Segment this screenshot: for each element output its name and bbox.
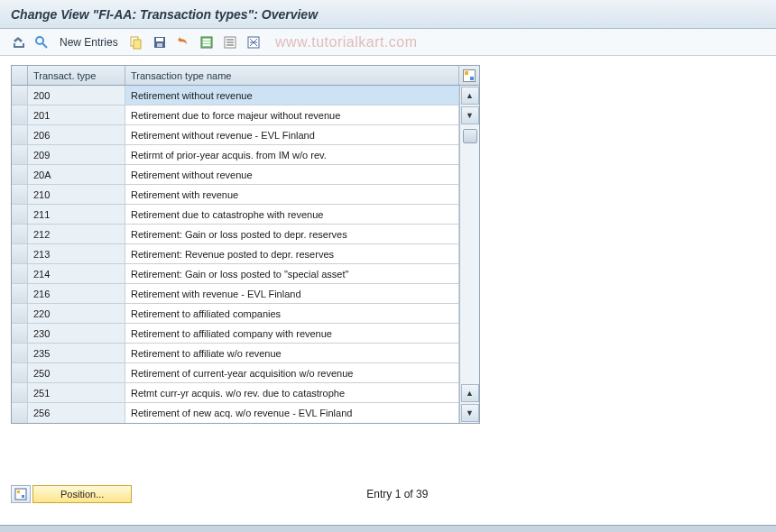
scroll-track[interactable]: [461, 125, 479, 383]
vertical-scrollbar[interactable]: ▲ ▼ ▲ ▼: [459, 86, 479, 423]
toggle-display-icon[interactable]: [9, 33, 27, 51]
find-icon[interactable]: [32, 33, 51, 51]
cell-transaction-type[interactable]: 206: [28, 125, 125, 144]
cell-transaction-name[interactable]: Retirmt of prior-year acquis. from IM w/…: [125, 145, 459, 164]
cell-transaction-name[interactable]: Retirement with revenue: [125, 185, 459, 204]
scroll-thumb[interactable]: [463, 129, 477, 143]
svg-rect-20: [17, 491, 20, 493]
cell-transaction-name[interactable]: Retirement to affiliated company with re…: [125, 324, 459, 343]
row-selector[interactable]: [12, 284, 28, 303]
select-all-icon[interactable]: [198, 33, 216, 51]
table-row[interactable]: 235Retirement to affiliate w/o revenue: [12, 344, 459, 363]
new-entries-button[interactable]: New Entries: [56, 34, 122, 50]
table-row[interactable]: 230Retirement to affiliated company with…: [12, 324, 459, 344]
cell-transaction-name[interactable]: Retirement due to force majeur without r…: [125, 105, 459, 124]
cell-transaction-type[interactable]: 220: [28, 304, 125, 323]
table-rows: 200Retirement without revenue201Retireme…: [12, 86, 459, 423]
cell-transaction-name[interactable]: Retirement of current-year acquisition w…: [125, 363, 459, 382]
cell-transaction-name[interactable]: Retmt curr-yr acquis. w/o rev. due to ca…: [125, 383, 459, 402]
cell-transaction-name[interactable]: Retirement to affiliate w/o revenue: [125, 344, 459, 362]
cell-transaction-type[interactable]: 230: [28, 324, 125, 343]
row-selector[interactable]: [12, 225, 28, 243]
scroll-down-button[interactable]: ▼: [461, 106, 479, 124]
table-row[interactable]: 213Retirement: Revenue posted to depr. r…: [12, 244, 459, 264]
table-row[interactable]: 206Retirement without revenue - EVL Finl…: [12, 125, 459, 145]
table-row[interactable]: 209Retirmt of prior-year acquis. from IM…: [12, 145, 459, 165]
toolbar: New Entries www.tutorialkart.com: [0, 29, 776, 56]
position-button[interactable]: Position...: [32, 485, 132, 503]
table-row[interactable]: 250Retirement of current-year acquisitio…: [12, 363, 459, 383]
scroll-up-button[interactable]: ▲: [461, 87, 479, 105]
table-row[interactable]: 200Retirement without revenue: [12, 86, 459, 105]
table-row[interactable]: 216Retirement with revenue - EVL Finland: [12, 284, 459, 304]
row-selector[interactable]: [12, 244, 28, 263]
cell-transaction-name[interactable]: Retirement: Gain or loss posted to depr.…: [125, 225, 459, 243]
row-selector[interactable]: [12, 344, 28, 362]
cell-transaction-type[interactable]: 212: [28, 225, 125, 243]
row-selector[interactable]: [12, 304, 28, 323]
row-selector[interactable]: [12, 363, 28, 382]
scroll-down-page-button[interactable]: ▼: [461, 404, 479, 422]
cell-transaction-name[interactable]: Retirement without revenue: [125, 86, 459, 105]
cell-transaction-name[interactable]: Retirement of new acq. w/o revenue - EVL…: [125, 403, 459, 423]
copy-icon[interactable]: [127, 33, 145, 51]
deselect-all-icon[interactable]: [221, 33, 239, 51]
svg-rect-13: [226, 41, 234, 43]
column-header-name[interactable]: Transaction type name: [125, 66, 459, 85]
svg-rect-8: [203, 39, 210, 41]
cell-transaction-name[interactable]: Retirement: Revenue posted to depr. rese…: [125, 244, 459, 263]
svg-rect-19: [15, 489, 26, 500]
page-title: Change View "FI-AA: Transaction types": …: [11, 7, 318, 22]
row-selector-header[interactable]: [12, 66, 28, 85]
svg-line-1: [42, 43, 47, 48]
table-settings-icon: [463, 69, 476, 82]
cell-transaction-name[interactable]: Retirement with revenue - EVL Finland: [125, 284, 459, 303]
cell-transaction-type[interactable]: 216: [28, 284, 125, 303]
table-row[interactable]: 214Retirement: Gain or loss posted to "s…: [12, 264, 459, 284]
position-icon-button[interactable]: [11, 485, 31, 503]
save-icon[interactable]: [151, 33, 169, 51]
row-selector[interactable]: [12, 165, 28, 184]
row-selector[interactable]: [12, 145, 28, 164]
cell-transaction-type[interactable]: 256: [28, 403, 125, 423]
cell-transaction-type[interactable]: 213: [28, 244, 125, 263]
row-selector[interactable]: [12, 125, 28, 144]
table-row[interactable]: 201Retirement due to force majeur withou…: [12, 105, 459, 125]
cell-transaction-name[interactable]: Retirement without revenue: [125, 165, 459, 184]
column-header-code[interactable]: Transact. type: [28, 66, 125, 85]
cell-transaction-type[interactable]: 214: [28, 264, 125, 283]
cell-transaction-type[interactable]: 250: [28, 363, 125, 382]
table-row[interactable]: 220Retirement to affiliated companies: [12, 304, 459, 324]
row-selector[interactable]: [12, 185, 28, 204]
cell-transaction-type[interactable]: 251: [28, 383, 125, 402]
cell-transaction-name[interactable]: Retirement: Gain or loss posted to "spec…: [125, 264, 459, 283]
delete-icon[interactable]: [245, 33, 263, 51]
cell-transaction-type[interactable]: 210: [28, 185, 125, 204]
cell-transaction-type[interactable]: 211: [28, 205, 125, 224]
scroll-up-page-button[interactable]: ▲: [461, 384, 479, 402]
row-selector[interactable]: [12, 86, 28, 105]
row-selector[interactable]: [12, 264, 28, 283]
cell-transaction-name[interactable]: Retirement to affiliated companies: [125, 304, 459, 323]
table-row[interactable]: 211Retirement due to catastrophe with re…: [12, 205, 459, 225]
cell-transaction-type[interactable]: 209: [28, 145, 125, 164]
cell-transaction-type[interactable]: 20A: [28, 165, 125, 184]
cell-transaction-type[interactable]: 201: [28, 105, 125, 124]
content-area: Transact. type Transaction type name 200…: [0, 56, 776, 433]
row-selector[interactable]: [12, 105, 28, 124]
cell-transaction-name[interactable]: Retirement due to catastrophe with reven…: [125, 205, 459, 224]
cell-transaction-type[interactable]: 235: [28, 344, 125, 362]
table-row[interactable]: 212Retirement: Gain or loss posted to de…: [12, 225, 459, 244]
cell-transaction-type[interactable]: 200: [28, 86, 125, 105]
undo-icon[interactable]: [174, 33, 192, 51]
table-row[interactable]: 256Retirement of new acq. w/o revenue - …: [12, 403, 459, 423]
cell-transaction-name[interactable]: Retirement without revenue - EVL Finland: [125, 125, 459, 144]
row-selector[interactable]: [12, 403, 28, 423]
row-selector[interactable]: [12, 324, 28, 343]
table-row[interactable]: 251Retmt curr-yr acquis. w/o rev. due to…: [12, 383, 459, 403]
row-selector[interactable]: [12, 383, 28, 402]
table-row[interactable]: 20ARetirement without revenue: [12, 165, 459, 185]
row-selector[interactable]: [12, 205, 28, 224]
table-row[interactable]: 210Retirement with revenue: [12, 185, 459, 205]
table-settings-button[interactable]: [459, 66, 479, 85]
